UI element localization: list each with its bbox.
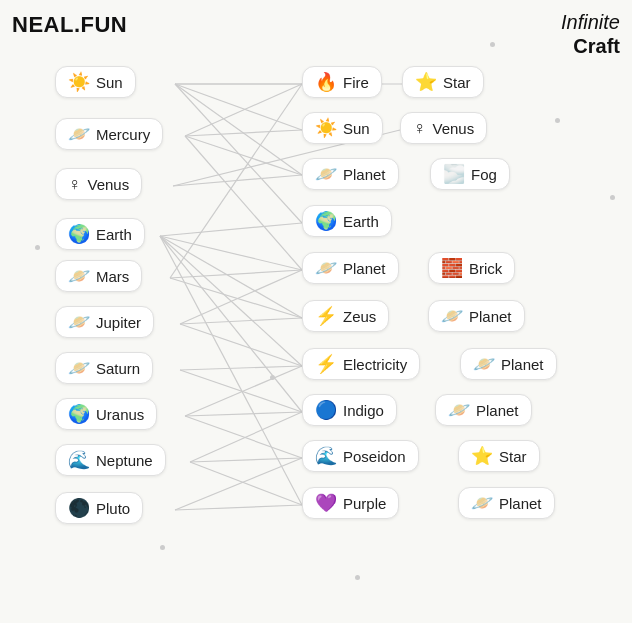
card-emoji-pluto: 🌑	[68, 499, 90, 517]
card-saturn[interactable]: 🪐Saturn	[55, 352, 153, 384]
dot	[490, 42, 495, 47]
app-title: Infinite Craft	[561, 10, 620, 58]
dot	[160, 545, 165, 550]
card-label-venus2: Venus	[433, 120, 475, 137]
card-label-brick: Brick	[469, 260, 502, 277]
card-label-sun2: Sun	[343, 120, 370, 137]
card-label-mercury: Mercury	[96, 126, 150, 143]
card-fire[interactable]: 🔥Fire	[302, 66, 382, 98]
svg-line-31	[175, 458, 302, 510]
svg-line-26	[185, 412, 302, 416]
svg-line-32	[175, 505, 302, 510]
card-pluto[interactable]: 🌑Pluto	[55, 492, 143, 524]
card-venus[interactable]: ♀️Venus	[55, 168, 142, 200]
card-emoji-fire: 🔥	[315, 73, 337, 91]
card-mercury[interactable]: 🪐Mercury	[55, 118, 163, 150]
card-emoji-jupiter: 🪐	[68, 313, 90, 331]
card-emoji-sun: ☀️	[68, 73, 90, 91]
svg-line-15	[160, 236, 302, 412]
card-label-star1: Star	[443, 74, 471, 91]
card-label-planet4: Planet	[501, 356, 544, 373]
card-mars[interactable]: 🪐Mars	[55, 260, 142, 292]
card-poseidon[interactable]: 🌊Poseidon	[302, 440, 419, 472]
card-emoji-mercury: 🪐	[68, 125, 90, 143]
dot	[355, 575, 360, 580]
card-emoji-earth2: 🌍	[315, 212, 337, 230]
svg-line-2	[175, 84, 302, 130]
card-purple[interactable]: 💜Purple	[302, 487, 399, 519]
svg-line-6	[185, 130, 302, 136]
card-planet3[interactable]: 🪐Planet	[428, 300, 525, 332]
card-sun[interactable]: ☀️Sun	[55, 66, 136, 98]
svg-line-21	[180, 318, 302, 324]
card-emoji-venus: ♀️	[68, 175, 82, 193]
card-planet5[interactable]: 🪐Planet	[435, 394, 532, 426]
card-label-planet2: Planet	[343, 260, 386, 277]
svg-line-27	[185, 416, 302, 458]
card-label-star2: Star	[499, 448, 527, 465]
card-jupiter[interactable]: 🪐Jupiter	[55, 306, 154, 338]
card-label-indigo: Indigo	[343, 402, 384, 419]
card-emoji-uranus: 🌍	[68, 405, 90, 423]
svg-line-19	[170, 278, 302, 318]
card-label-purple: Purple	[343, 495, 386, 512]
svg-line-5	[185, 84, 302, 136]
card-emoji-purple: 💜	[315, 494, 337, 512]
svg-line-10	[173, 175, 302, 186]
card-planet4[interactable]: 🪐Planet	[460, 348, 557, 380]
card-label-jupiter: Jupiter	[96, 314, 141, 331]
svg-line-30	[190, 462, 302, 505]
card-label-poseidon: Poseidon	[343, 448, 406, 465]
card-indigo[interactable]: 🔵Indigo	[302, 394, 397, 426]
app-title-craft: Craft	[561, 34, 620, 58]
card-venus2[interactable]: ♀️Venus	[400, 112, 487, 144]
card-label-planet3: Planet	[469, 308, 512, 325]
card-emoji-mars: 🪐	[68, 267, 90, 285]
card-star2[interactable]: ⭐Star	[458, 440, 540, 472]
card-uranus[interactable]: 🌍Uranus	[55, 398, 157, 430]
svg-line-17	[170, 84, 302, 278]
card-emoji-earth: 🌍	[68, 225, 90, 243]
svg-line-13	[160, 236, 302, 318]
card-label-fog: Fog	[471, 166, 497, 183]
card-label-earth2: Earth	[343, 213, 379, 230]
card-planet2[interactable]: 🪐Planet	[302, 252, 399, 284]
card-emoji-neptune: 🌊	[68, 451, 90, 469]
card-neptune[interactable]: 🌊Neptune	[55, 444, 166, 476]
card-planet6[interactable]: 🪐Planet	[458, 487, 555, 519]
card-emoji-star2: ⭐	[471, 447, 493, 465]
card-label-sun: Sun	[96, 74, 123, 91]
card-star1[interactable]: ⭐Star	[402, 66, 484, 98]
card-emoji-star1: ⭐	[415, 73, 437, 91]
card-zeus[interactable]: ⚡Zeus	[302, 300, 389, 332]
card-emoji-fog: 🌫️	[443, 165, 465, 183]
card-label-zeus: Zeus	[343, 308, 376, 325]
card-earth2[interactable]: 🌍Earth	[302, 205, 392, 237]
svg-line-8	[185, 136, 302, 270]
svg-line-24	[180, 370, 302, 412]
dot	[35, 245, 40, 250]
svg-line-14	[160, 236, 302, 366]
card-label-venus: Venus	[88, 176, 130, 193]
card-electricity[interactable]: ⚡Electricity	[302, 348, 420, 380]
site-title: NEAL.FUN	[12, 12, 127, 38]
dot	[270, 375, 275, 380]
svg-line-28	[190, 412, 302, 462]
card-label-uranus: Uranus	[96, 406, 144, 423]
card-label-planet1: Planet	[343, 166, 386, 183]
card-planet1[interactable]: 🪐Planet	[302, 158, 399, 190]
card-emoji-venus2: ♀️	[413, 119, 427, 137]
svg-line-12	[160, 236, 302, 270]
card-earth[interactable]: 🌍Earth	[55, 218, 145, 250]
card-brick[interactable]: 🧱Brick	[428, 252, 515, 284]
card-label-earth: Earth	[96, 226, 132, 243]
card-label-planet6: Planet	[499, 495, 542, 512]
card-sun2[interactable]: ☀️Sun	[302, 112, 383, 144]
svg-line-4	[175, 84, 302, 223]
card-label-fire: Fire	[343, 74, 369, 91]
card-emoji-indigo: 🔵	[315, 401, 337, 419]
svg-line-7	[185, 136, 302, 175]
svg-line-18	[170, 270, 302, 278]
card-fog[interactable]: 🌫️Fog	[430, 158, 510, 190]
card-label-mars: Mars	[96, 268, 129, 285]
